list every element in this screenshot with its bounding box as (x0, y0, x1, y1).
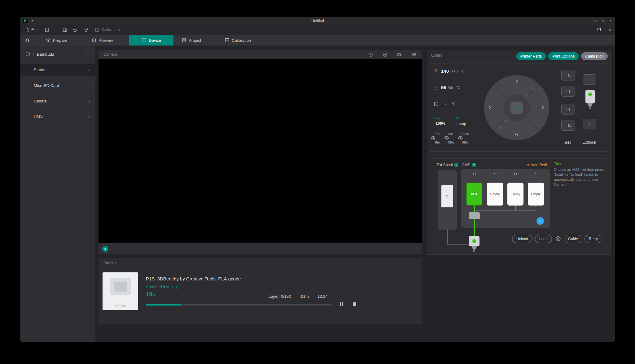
home-all-button[interactable] (510, 102, 523, 114)
active-filament-path (474, 228, 475, 237)
ams-settings-icon[interactable] (555, 236, 561, 242)
help-icon[interactable]: ? (454, 163, 458, 167)
camera-settings-icon[interactable] (412, 52, 417, 57)
jog-y-minus[interactable]: -Y (484, 132, 549, 136)
undo-icon[interactable] (72, 24, 77, 35)
ams-slot-4[interactable]: Empty (528, 183, 544, 206)
sidebar-item-microsd[interactable]: MicroSD Card › (20, 80, 95, 91)
bed-temp-icon (434, 85, 439, 90)
control-panel: Control Printer Parts Print Options Cali… (427, 50, 611, 255)
refresh-icon[interactable]: ↻ (512, 171, 519, 176)
play-button[interactable]: ▶ (102, 246, 108, 252)
tab-device[interactable]: Device (129, 35, 173, 46)
app-logo-icon: B (23, 19, 28, 23)
bed-up-1-button[interactable]: ↑1 (561, 86, 575, 97)
file-menu[interactable]: File (25, 24, 37, 35)
sidebar-item-update[interactable]: Update › (20, 95, 95, 107)
chamber-fan-icon (458, 136, 471, 141)
stop-button[interactable] (351, 300, 358, 308)
part-fan-control[interactable]: Part 0% (431, 132, 444, 144)
window-maximize-button[interactable]: ◇ (602, 19, 604, 23)
tab-preview[interactable]: Preview (91, 35, 113, 46)
refresh-icon[interactable]: ↻ (492, 171, 498, 176)
ams-slot-3[interactable]: Empty (507, 183, 523, 206)
chamber-fan-control[interactable]: Cham 70% (458, 132, 471, 144)
chamber-temp-row[interactable]: _ /_ ℃ (434, 101, 456, 106)
sidebar-item-hms[interactable]: HMS › (20, 110, 95, 122)
print-options-button[interactable]: Print Options (548, 52, 579, 60)
tips-title: Tips (554, 162, 605, 166)
bed-up-10-button[interactable]: ↑10 (561, 70, 575, 80)
maximize-icon[interactable] (598, 28, 601, 31)
device-selector[interactable]: › Bambuda (20, 49, 95, 60)
refresh-icon[interactable]: ↻ (471, 171, 477, 176)
tab-calibration-label: Calibration (232, 38, 251, 43)
bed-down-1-button[interactable]: ↓1 (561, 104, 575, 115)
window-close-button[interactable]: × (610, 19, 612, 23)
recording-icon[interactable] (383, 52, 388, 57)
up-arrow-icon: ↑ (589, 77, 590, 82)
retry-button[interactable]: Retry (585, 235, 602, 243)
thumbnail-label: G-Code (103, 304, 138, 308)
timelapse-icon[interactable] (368, 52, 373, 57)
printer-parts-button[interactable]: Printer Parts (516, 52, 546, 60)
humidity-badge: 5 (536, 217, 544, 225)
help-icon[interactable]: ? (472, 163, 476, 167)
window-shade-button[interactable] (594, 20, 596, 21)
bed-down-10-button[interactable]: ↓10 (561, 120, 575, 131)
auto-refill-label: Auto Refill (531, 163, 548, 167)
chevron-right-icon: › (88, 98, 90, 104)
pin-icon[interactable] (30, 19, 34, 23)
jog-x-minus[interactable]: -X (488, 105, 492, 110)
window-title: Untitled (20, 17, 615, 24)
tab-prepare[interactable]: Prepare (46, 35, 67, 46)
down-arrow-icon: ↓ (565, 123, 567, 128)
save-icon[interactable] (62, 24, 67, 35)
redo-icon[interactable] (84, 24, 89, 35)
auto-refill-toggle[interactable]: ↻ Auto Refill (526, 163, 548, 167)
guide-button[interactable]: Guide (564, 235, 582, 243)
ams-label: AMS (462, 163, 470, 167)
bed-temp-row[interactable]: 55 /55 ℃ (434, 85, 460, 90)
calibration-menu-icon (95, 28, 99, 32)
pause-button[interactable] (338, 300, 345, 308)
ams-slot-1[interactable]: PLA (466, 183, 482, 206)
sidebar-item-label: HMS (34, 114, 43, 119)
home-tab-button[interactable] (25, 35, 30, 46)
aux-fan-control[interactable]: Aux 40% (444, 132, 458, 144)
print-speed-control[interactable]: 100% (433, 115, 448, 126)
nozzle-temp-row[interactable]: 140 /140 ℃ (434, 68, 465, 74)
tab-calibration[interactable]: Calibration (225, 35, 251, 46)
external-spool-slot[interactable]: ? (438, 170, 457, 230)
tab-project[interactable]: Project (182, 35, 201, 46)
jog-y-plus[interactable]: Y (484, 79, 549, 84)
movement-dpad[interactable]: Y -Y X -X +10 +1 -1 -10 (484, 75, 549, 140)
close-icon[interactable]: × (609, 27, 611, 32)
refresh-icon[interactable]: ↻ (533, 171, 539, 176)
jog-x-plus[interactable]: X (542, 105, 545, 110)
control-panel-title: Control (431, 53, 443, 58)
calibration-menu[interactable]: Calibration (95, 24, 120, 35)
load-button[interactable]: Load (535, 235, 552, 243)
virtual-camera-icon[interactable] (397, 52, 402, 57)
gcode-thumbnail: G-Code (103, 272, 138, 310)
calibration-button[interactable]: Calibration (581, 52, 608, 60)
part-fan-icon (431, 136, 444, 141)
sidebar-item-status[interactable]: Status › (20, 64, 95, 76)
down-arrow-icon: ↓ (589, 122, 590, 126)
unload-button[interactable]: Unload (512, 235, 532, 243)
ext-spool-header: Ext Spool ? (437, 163, 458, 167)
speed-value: 100% (433, 121, 448, 126)
ams-slot-2[interactable]: Empty (487, 183, 503, 206)
extruder-up-button[interactable]: ↑ (583, 74, 596, 85)
file-menu-label: File (31, 28, 37, 32)
extruder-down-button[interactable]: ↓ (583, 119, 596, 129)
lamp-toggle[interactable]: Lamp (454, 115, 468, 126)
tab-project-label: Project (189, 38, 201, 43)
wm-titlebar[interactable]: Untitled B ◇ × (20, 17, 615, 24)
notes-icon[interactable] (45, 24, 49, 35)
minimize-icon[interactable]: — (585, 28, 589, 32)
camera-video-feed (99, 59, 422, 243)
chevron-right-icon: › (88, 83, 90, 88)
extruder-icon (584, 90, 596, 117)
